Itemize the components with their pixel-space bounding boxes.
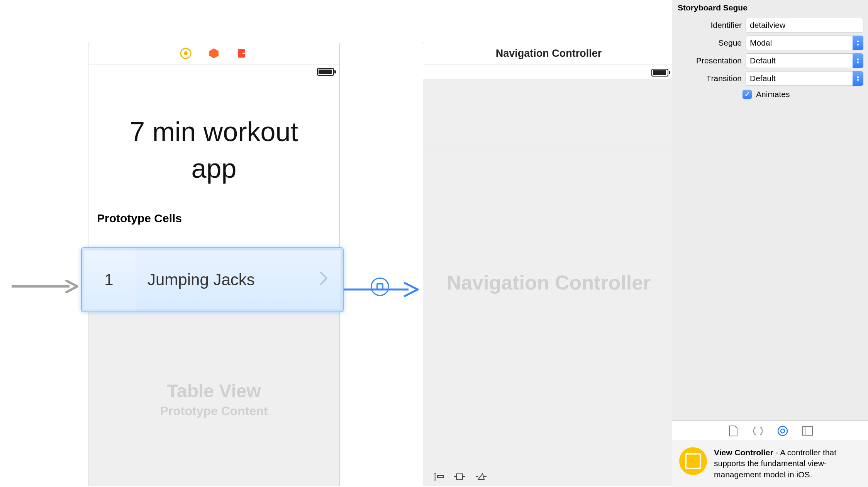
navigation-bar-placeholder	[424, 92, 674, 150]
storyboard-canvas[interactable]: 7 min workout app Prototype Cells Table …	[0, 0, 680, 487]
disclosure-indicator-icon	[320, 271, 343, 289]
status-bar	[88, 65, 339, 79]
navigation-controller-watermark: Navigation Controller	[447, 271, 651, 294]
table-view-placeholder-subtitle: Prototype Content	[160, 404, 268, 418]
table-view-placeholder-title: Table View	[167, 380, 261, 402]
prototype-cell-selected[interactable]: 1 Jumping Jacks	[81, 247, 344, 312]
alignment-tools	[434, 472, 487, 484]
animates-label: Animates	[756, 90, 790, 99]
view-controller-icon[interactable]	[180, 48, 192, 60]
segue-select[interactable]: Modal ▲▼	[746, 36, 863, 50]
resolve-issues-icon[interactable]	[475, 472, 487, 484]
exit-icon[interactable]	[236, 48, 248, 60]
inspector-section-header: Storyboard Segue	[672, 0, 868, 16]
battery-icon	[317, 68, 334, 76]
scene-dock	[88, 42, 339, 65]
transition-label: Transition	[677, 74, 742, 83]
cell-number-label: 1	[82, 248, 136, 312]
attributes-inspector: Storyboard Segue Identifier Segue Modal …	[672, 0, 868, 487]
battery-icon	[651, 69, 668, 77]
segue-kind-icon[interactable]	[371, 278, 389, 296]
app-title-label: 7 min workout app	[88, 114, 339, 187]
table-view-placeholder[interactable]: Table View Prototype Content	[88, 312, 340, 486]
nav-scene-dock-title: Navigation Controller	[423, 42, 674, 65]
align-tool-icon[interactable]	[434, 472, 444, 484]
file-templates-tab-icon[interactable]	[727, 425, 739, 437]
identifier-label: Identifier	[677, 20, 742, 30]
object-library-tab-icon[interactable]	[776, 425, 789, 437]
svg-point-13	[781, 429, 785, 433]
code-snippets-tab-icon[interactable]	[752, 425, 764, 437]
svg-rect-5	[434, 473, 436, 480]
navigation-controller-scene[interactable]: Navigation Controller Navigation Control…	[423, 42, 675, 486]
animates-checkbox[interactable]: ✓	[743, 90, 752, 99]
svg-point-12	[778, 426, 787, 436]
initial-view-controller-arrow	[12, 280, 80, 293]
transition-select[interactable]: Default ▲▼	[746, 71, 863, 86]
svg-rect-14	[802, 427, 812, 435]
first-responder-icon[interactable]	[208, 48, 220, 60]
chevron-up-down-icon: ▲▼	[853, 36, 863, 50]
library-item-text: View Controller - A controller that supp…	[714, 447, 861, 480]
svg-rect-8	[456, 474, 463, 479]
library-item-view-controller[interactable]: View Controller - A controller that supp…	[672, 441, 868, 487]
nav-status-bar	[424, 66, 674, 80]
segue-label: Segue	[677, 38, 742, 48]
identifier-input[interactable]	[746, 18, 863, 32]
library-tabs	[672, 421, 868, 441]
chevron-up-down-icon: ▲▼	[853, 71, 863, 86]
presentation-label: Presentation	[677, 56, 742, 65]
svg-point-2	[184, 51, 188, 55]
svg-rect-6	[437, 475, 444, 478]
presentation-select[interactable]: Default ▲▼	[746, 53, 863, 68]
chevron-up-down-icon: ▲▼	[853, 53, 863, 68]
prototype-cells-header: Prototype Cells	[88, 212, 339, 229]
pin-tool-icon[interactable]	[453, 472, 466, 484]
media-library-tab-icon[interactable]	[801, 425, 814, 437]
cell-title-label: Jumping Jacks	[136, 271, 320, 289]
view-controller-library-icon	[679, 447, 707, 475]
